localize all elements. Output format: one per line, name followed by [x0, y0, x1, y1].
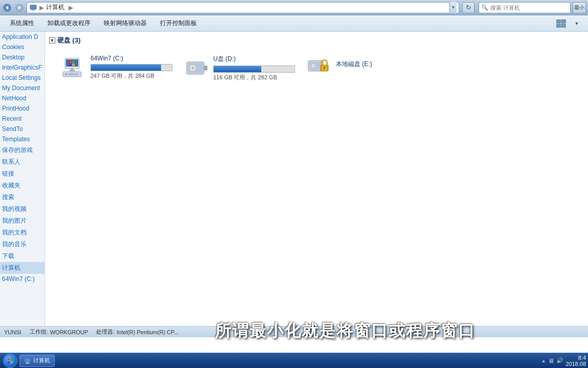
taskbar-computer-label: 计算机 — [33, 357, 50, 364]
start-orb[interactable] — [3, 354, 17, 368]
sidebar-item-contacts[interactable]: 联系人 — [0, 156, 44, 168]
status-workgroup: 工作组: WORKGROUP — [30, 328, 88, 336]
drive-e-content: 本地磁盘 (E:) — [307, 55, 411, 75]
svg-point-26 — [192, 68, 193, 69]
svg-rect-33 — [324, 68, 325, 70]
drives-container: 64Win7 (C:) 247 GB 可用，共 284 GB — [49, 50, 584, 86]
computer-address-icon — [29, 4, 37, 12]
sidebar-item-app-d[interactable]: Application D — [0, 32, 44, 42]
search-icon: 🔍 — [481, 4, 488, 11]
taskbar-computer-button[interactable]: 计算机 — [19, 355, 55, 367]
sidebar-item-my-documents[interactable]: My Document — [0, 83, 44, 93]
svg-rect-15 — [69, 63, 72, 66]
refresh-icon: ↻ — [466, 4, 471, 11]
drive-e-name: 本地磁盘 (E:) — [336, 60, 411, 69]
title-bar-left: ▶ 计算机 ▶ ▼ ↻ 🔍 — [2, 2, 571, 13]
sidebar-item-computer[interactable]: 计算机 — [0, 262, 44, 274]
sidebar-item-templates[interactable]: Templates — [0, 134, 44, 144]
drive-c-item[interactable]: 64Win7 (C:) 247 GB 可用，共 284 GB — [57, 50, 170, 86]
svg-rect-18 — [69, 70, 75, 71]
sidebar-item-my-docs[interactable]: 我的文档 — [0, 227, 44, 239]
svg-rect-6 — [31, 10, 35, 10]
svg-rect-16 — [72, 63, 75, 66]
address-bar[interactable]: ▶ 计算机 ▶ ▼ — [27, 2, 459, 13]
window-controls: 最小 — [573, 2, 586, 13]
view-options-button[interactable] — [554, 17, 569, 30]
svg-rect-8 — [561, 19, 566, 23]
address-separator2: ▶ — [69, 4, 73, 11]
drive-d-bar-fill — [214, 66, 261, 72]
drive-c-bar-fill — [91, 64, 161, 71]
search-input[interactable] — [490, 5, 568, 11]
tray-arrow-icon[interactable]: ▲ — [541, 358, 546, 363]
svg-point-35 — [312, 65, 314, 67]
status-bar: YUNSI 工作组: WORKGROUP 处理器: Intel(R) Penti… — [0, 326, 588, 337]
svg-rect-10 — [561, 24, 566, 28]
sidebar-item-intel-graphics[interactable]: IntelGraphicsF — [0, 62, 44, 73]
sidebar-item-desktop[interactable]: Desktop — [0, 52, 44, 62]
taskbar-time: 8:4 2018.08 — [566, 355, 586, 367]
main-container: Application D Cookies Desktop IntelGraph… — [0, 32, 588, 326]
svg-rect-4 — [30, 5, 36, 9]
refresh-button[interactable]: ↻ — [462, 2, 474, 13]
sidebar-item-my-videos[interactable]: 我的视频 — [0, 203, 44, 215]
search-bar[interactable]: 🔍 — [479, 2, 571, 13]
sidebar-item-my-music[interactable]: 我的音乐 — [0, 239, 44, 250]
taskbar: 计算机 ▲ 🖥 🔊 8:4 2018.08 — [0, 353, 588, 368]
svg-rect-27 — [204, 66, 207, 70]
sidebar-item-saved-games[interactable]: 保存的游戏 — [0, 144, 44, 156]
drive-e-item[interactable]: 本地磁盘 (E:) — [303, 50, 415, 86]
svg-rect-41 — [25, 358, 31, 362]
map-network-button[interactable]: 映射网络驱动器 — [98, 17, 152, 30]
svg-rect-17 — [71, 69, 74, 70]
toolbar: 系统属性 卸载或更改程序 映射网络驱动器 打开控制面板 ▼ — [0, 15, 588, 32]
taskbar-start: 计算机 — [0, 353, 58, 368]
drive-d-content: U盘 (D:) 116 GB 可用，共 282 GB — [185, 55, 288, 81]
svg-rect-21 — [68, 73, 78, 75]
drive-e-info: 本地磁盘 (E:) — [336, 60, 411, 71]
drive-d-bar — [213, 66, 295, 73]
section-toggle[interactable]: ▼ — [49, 37, 55, 44]
open-control-panel-button[interactable]: 打开控制面板 — [154, 17, 202, 30]
title-bar: ▶ 计算机 ▶ ▼ ↻ 🔍 最小 — [0, 0, 588, 15]
svg-rect-40 — [11, 361, 13, 363]
drive-d-item[interactable]: U盘 (D:) 116 GB 可用，共 282 GB — [180, 50, 292, 86]
sidebar-item-links[interactable]: 链接 — [0, 168, 44, 180]
svg-rect-39 — [8, 361, 10, 363]
drive-e-icon — [307, 55, 332, 75]
sidebar-item-drive-c[interactable]: 64Win7 (C:) — [0, 274, 44, 284]
svg-point-20 — [65, 73, 67, 75]
section-header: ▼ 硬盘 (3) — [49, 36, 584, 45]
back-button[interactable] — [2, 3, 12, 13]
toolbar-right: ▼ — [554, 17, 584, 30]
address-dropdown-btn[interactable]: ▼ — [449, 2, 457, 13]
content-area: ▼ 硬盘 (3) — [45, 32, 588, 326]
sidebar-item-downloads[interactable]: 下载 — [0, 250, 44, 262]
forward-button[interactable] — [14, 3, 25, 13]
tray-monitor-icon: 🖥 — [548, 357, 554, 364]
sidebar-item-cookies[interactable]: Cookies — [0, 42, 44, 52]
taskbar-tray-icons: ▲ 🖥 🔊 — [541, 357, 563, 364]
sidebar-item-nethood[interactable]: NetHood — [0, 93, 44, 103]
svg-rect-37 — [8, 358, 10, 360]
sidebar-item-local-settings[interactable]: Local Settings — [0, 73, 44, 83]
svg-rect-9 — [556, 24, 560, 28]
svg-rect-38 — [11, 358, 13, 360]
system-props-button[interactable]: 系统属性 — [4, 17, 40, 30]
drive-c-space: 247 GB 可用，共 284 GB — [91, 72, 172, 80]
view-dropdown-button[interactable]: ▼ — [570, 17, 584, 30]
svg-rect-14 — [72, 60, 75, 63]
drive-c-info: 64Win7 (C:) 247 GB 可用，共 284 GB — [91, 55, 172, 80]
minimize-button[interactable]: 最小 — [573, 2, 586, 13]
sidebar-item-recent[interactable]: Recent — [0, 114, 44, 124]
sidebar-item-favorites[interactable]: 收藏夹 — [0, 180, 44, 191]
section-title: 硬盘 (3) — [57, 36, 81, 45]
sidebar-item-my-pictures[interactable]: 我的图片 — [0, 215, 44, 227]
drive-c-icon — [62, 57, 86, 78]
sidebar-item-printhood[interactable]: PrintHood — [0, 103, 44, 114]
sidebar-item-search[interactable]: 搜索 — [0, 191, 44, 203]
sidebar-item-sendto[interactable]: SendTo — [0, 124, 44, 134]
uninstall-button[interactable]: 卸载或更改程序 — [42, 17, 96, 30]
tray-speaker-icon[interactable]: 🔊 — [556, 357, 563, 364]
svg-rect-42 — [26, 362, 29, 363]
